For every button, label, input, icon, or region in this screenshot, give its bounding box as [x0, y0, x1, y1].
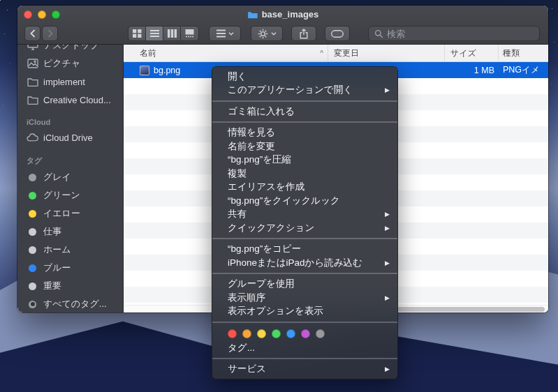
zoom-button[interactable]: [52, 10, 60, 19]
sidebar-tag-home[interactable]: ホーム: [17, 241, 123, 259]
search-input[interactable]: [387, 29, 534, 39]
share-icon: [299, 29, 309, 39]
sidebar-section-icloud: iCloud: [27, 118, 123, 126]
group-by-button[interactable]: [209, 26, 241, 41]
list-header: 名前 ^ 変更日 サイズ 種類: [124, 45, 548, 62]
menu-item-get-info[interactable]: 情報を見る: [212, 126, 397, 140]
list-view-button[interactable]: [146, 27, 163, 40]
menu-item-copy[interactable]: “bg.png”をコピー: [212, 243, 397, 257]
file-kind-cell: PNGイメ: [499, 64, 548, 76]
tag-dot-important: [29, 282, 36, 290]
search-field[interactable]: [368, 26, 540, 41]
menu-tag-color-red[interactable]: [228, 329, 237, 338]
sidebar-item-label: デスクトップ: [43, 45, 99, 52]
window-title: base_images: [247, 9, 319, 20]
sidebar-item-label: 重要: [43, 280, 61, 292]
tag-dot-blue: [29, 264, 36, 272]
menu-item-show-view-options[interactable]: 表示オプションを表示: [212, 305, 397, 319]
tag-dot-yellow: [29, 210, 36, 218]
menu-item-sort-by[interactable]: 表示順序▶: [212, 291, 397, 305]
sidebar-item-creative-cloud[interactable]: Creative Cloud...: [17, 91, 123, 109]
menu-tag-color-gray[interactable]: [316, 329, 325, 338]
menu-separator: [212, 121, 397, 123]
horizontal-scrollbar-thumb[interactable]: [397, 307, 545, 312]
menu-item-quick-actions[interactable]: クイックアクション▶: [212, 221, 397, 235]
menu-tag-color-purple[interactable]: [301, 329, 310, 338]
gallery-view-button[interactable]: [181, 27, 198, 40]
submenu-arrow-icon: ▶: [385, 259, 390, 266]
menu-item-duplicate[interactable]: 複製: [212, 167, 397, 181]
menu-tag-color-green[interactable]: [272, 329, 281, 338]
forward-button[interactable]: [42, 26, 58, 41]
tag-dot-home: [29, 246, 36, 254]
tag-dot-all-tags: [29, 301, 36, 308]
context-menu: 開く このアプリケーションで開く▶ ゴミ箱に入れる 情報を見る 名前を変更 “b…: [212, 66, 398, 379]
sidebar-tag-yellow[interactable]: イエロー: [17, 204, 123, 223]
desktop-wallpaper: base_images: [0, 0, 558, 392]
submenu-arrow-icon: ▶: [385, 294, 390, 301]
menu-item-open[interactable]: 開く: [212, 70, 397, 84]
back-button[interactable]: [24, 26, 41, 41]
menu-item-tags[interactable]: タグ...: [212, 341, 397, 355]
traffic-lights: [24, 10, 60, 19]
menu-tag-color-blue[interactable]: [286, 329, 295, 338]
submenu-arrow-icon: ▶: [385, 86, 390, 93]
action-gear-button[interactable]: [251, 26, 283, 41]
desktop-icon: [27, 45, 38, 52]
menu-item-compress[interactable]: “bg.png”を圧縮: [212, 153, 397, 167]
pictures-icon: [27, 58, 38, 70]
view-mode-segmented-control: [128, 26, 199, 41]
sidebar-item-desktop[interactable]: デスクトップ: [17, 45, 123, 54]
menu-item-import-from-iphone[interactable]: iPhoneまたはiPadから読み込む▶: [212, 256, 397, 270]
submenu-arrow-icon: ▶: [385, 211, 390, 218]
menu-item-share[interactable]: 共有▶: [212, 208, 397, 222]
menu-item-quick-look[interactable]: “bg.png”をクイックルック: [212, 194, 397, 208]
menu-tag-color-orange[interactable]: [242, 329, 251, 338]
menu-tag-color-yellow[interactable]: [257, 329, 266, 338]
sidebar-tag-important[interactable]: 重要: [17, 277, 123, 295]
sidebar: デスクトップ ピクチャ implement: [17, 45, 124, 312]
column-header-kind[interactable]: 種類: [499, 45, 548, 61]
minimize-button[interactable]: [38, 10, 46, 19]
edit-tags-button[interactable]: [325, 26, 350, 41]
file-size-cell: 1 MB: [445, 66, 499, 75]
menu-separator: [212, 358, 397, 359]
menu-separator: [212, 322, 397, 323]
menu-separator: [212, 238, 397, 239]
close-button[interactable]: [24, 10, 32, 19]
column-header-size[interactable]: サイズ: [445, 45, 499, 61]
column-header-name[interactable]: 名前 ^: [124, 45, 328, 61]
sidebar-item-label: implement: [43, 77, 85, 87]
sidebar-tag-blue[interactable]: ブルー: [17, 259, 123, 277]
menu-item-make-alias[interactable]: エイリアスを作成: [212, 181, 397, 195]
window-title-text: base_images: [262, 9, 319, 20]
menu-item-use-groups[interactable]: グループを使用: [212, 278, 397, 292]
menu-separator: [212, 273, 397, 274]
sidebar-item-label: iCloud Drive: [43, 133, 93, 143]
icon-view-button[interactable]: [129, 27, 146, 40]
sidebar-tag-all-tags[interactable]: すべてのタグ...: [17, 295, 123, 312]
sidebar-tag-green[interactable]: グリーン: [17, 186, 123, 204]
menu-item-rename[interactable]: 名前を変更: [212, 140, 397, 153]
sidebar-tag-work[interactable]: 仕事: [17, 223, 123, 241]
nav-buttons: [24, 26, 58, 41]
sidebar-item-pictures[interactable]: ピクチャ: [17, 54, 123, 73]
title-bar[interactable]: base_images: [17, 6, 548, 23]
sidebar-item-icloud-drive[interactable]: iCloud Drive: [17, 128, 123, 146]
folder-icon: [247, 10, 258, 19]
menu-item-services[interactable]: サービス▶: [212, 363, 397, 377]
sidebar-item-label: ピクチャ: [43, 57, 80, 70]
menu-item-move-to-trash[interactable]: ゴミ箱に入れる: [212, 105, 397, 119]
sidebar-item-label: Creative Cloud...: [43, 95, 111, 105]
file-name: bg.png: [154, 66, 180, 75]
sidebar-item-label: ホーム: [43, 243, 71, 256]
folder-icon: [27, 94, 38, 106]
sidebar-tag-gray[interactable]: グレイ: [17, 168, 123, 186]
folder-icon: [27, 76, 38, 88]
sidebar-item-label: グレイ: [43, 171, 71, 183]
sidebar-item-implement[interactable]: implement: [17, 73, 123, 91]
menu-item-open-with[interactable]: このアプリケーションで開く▶: [212, 84, 397, 98]
share-button[interactable]: [291, 26, 316, 41]
column-view-button[interactable]: [163, 27, 181, 40]
column-header-modified[interactable]: 変更日: [328, 45, 445, 61]
